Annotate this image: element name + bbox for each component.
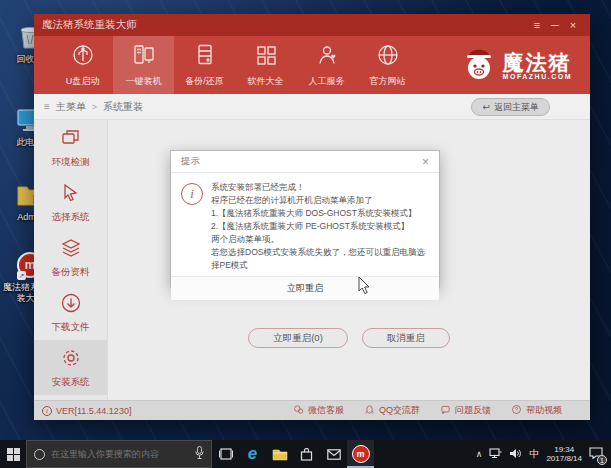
usb-icon xyxy=(70,42,96,72)
taskbar-search[interactable] xyxy=(26,440,212,468)
globe-icon xyxy=(375,42,401,72)
back-to-menu-label: 返回主菜单 xyxy=(494,101,539,114)
version-text: VER[11.5.44.1230] xyxy=(56,406,131,416)
speech-bubble-icon xyxy=(440,404,451,417)
sidebar-item-env-check[interactable]: 环境检测 xyxy=(34,120,107,175)
breadcrumb: ≡ 主菜单 > 系统重装 ↩ 返回主菜单 xyxy=(34,94,590,120)
hamburger-icon: ≡ xyxy=(44,101,50,112)
brand-name: 魔法猪 xyxy=(503,53,572,73)
nav-label: 备份/还原 xyxy=(185,75,224,88)
grid-icon xyxy=(253,42,279,72)
restart-now-button[interactable]: 立即重启(0) xyxy=(248,328,348,348)
breadcrumb-separator: > xyxy=(92,102,97,112)
nav-software-collection[interactable]: 软件大全 xyxy=(235,36,296,94)
window-minimize-button[interactable]: ─ xyxy=(546,14,564,36)
clock-time: 19:34 xyxy=(546,445,582,455)
nav-label: 人工服务 xyxy=(309,75,345,88)
action-center-icon[interactable]: 1 xyxy=(589,445,603,463)
dialog-close-icon[interactable]: × xyxy=(422,151,429,173)
sidebar-item-backup-data[interactable]: 备份资料 xyxy=(34,230,107,285)
dialog-title: 提示 xyxy=(181,155,200,168)
mail-taskbar-icon[interactable] xyxy=(320,440,347,468)
gear-icon xyxy=(60,347,82,373)
nav-backup-restore[interactable]: 备份/还原 xyxy=(174,36,235,94)
window-title: 魔法猪系统重装大师 xyxy=(42,18,137,32)
version-info: i VER[11.5.44.1230] xyxy=(42,406,131,416)
mouse-cursor xyxy=(358,276,371,299)
notification-badge: 1 xyxy=(597,455,607,465)
nav-label: 官方网站 xyxy=(370,75,406,88)
wechat-service-link[interactable]: 微信客服 xyxy=(293,404,344,417)
app-header: U盘启动 一键装机 备份/还原 软件大全 人工服务 官方网站 xyxy=(34,36,590,94)
windows-logo-icon xyxy=(7,448,20,461)
dialog-restart-button[interactable]: 立即重启 xyxy=(171,276,439,300)
search-input[interactable] xyxy=(51,449,189,459)
store-taskbar-icon[interactable] xyxy=(293,440,320,468)
sidebar-item-select-system[interactable]: 选择系统 xyxy=(34,175,107,230)
qq-penguin-icon xyxy=(364,404,375,417)
microphone-icon xyxy=(195,445,204,463)
nav-usb-boot[interactable]: U盘启动 xyxy=(52,36,113,94)
sidebar-label: 安装系统 xyxy=(52,376,90,389)
sidebar-label: 备份资料 xyxy=(52,266,90,279)
network-icon[interactable] xyxy=(489,445,502,463)
sidebar-item-download-files[interactable]: 下载文件 xyxy=(34,285,107,340)
nav-label: 软件大全 xyxy=(248,75,284,88)
app-statusbar: i VER[11.5.44.1230] 微信客服 QQ交流群 问题反馈 帮助视频 xyxy=(34,400,590,420)
feedback-link[interactable]: 问题反馈 xyxy=(440,404,491,417)
pig-mascot-icon xyxy=(461,45,497,87)
taskbar: e m ∧ 中 19:34 2017/8/14 1 xyxy=(0,440,611,468)
nav-official-site[interactable]: 官方网站 xyxy=(357,36,418,94)
nav-label: 一键装机 xyxy=(126,75,162,88)
sidebar-item-install-system[interactable]: 安装系统 xyxy=(34,340,107,395)
nav-one-click-install[interactable]: 一键装机 xyxy=(113,36,174,94)
question-circle-icon xyxy=(511,404,522,417)
breadcrumb-current: 系统重装 xyxy=(103,100,143,114)
tray-expand-icon[interactable]: ∧ xyxy=(476,449,483,459)
window-titlebar: 魔法猪系统重装大师 ≡ ─ × xyxy=(34,14,590,36)
wechat-icon xyxy=(293,404,304,417)
window-menu-button[interactable]: ≡ xyxy=(528,14,546,36)
back-arrow-icon: ↩ xyxy=(482,102,490,112)
window-close-button[interactable]: × xyxy=(564,14,582,36)
ime-indicator[interactable]: 中 xyxy=(529,447,539,461)
help-video-link[interactable]: 帮助视频 xyxy=(511,404,562,417)
brand-domain: MOFAZHU.COM xyxy=(503,73,572,80)
brand-logo: 魔法猪 MOFAZHU.COM xyxy=(461,45,572,87)
sidebar-label: 环境检测 xyxy=(52,156,90,169)
start-button[interactable] xyxy=(0,440,26,468)
nav-label: U盘启动 xyxy=(66,75,100,88)
windows-overlap-icon xyxy=(60,127,82,153)
dialog-info-icon: i xyxy=(181,183,203,205)
notice-dialog: 提示 × i 系统安装部署已经完成！ 程序已经在您的计算机开机启动菜单添加了 1… xyxy=(170,150,440,288)
layers-icon xyxy=(60,237,82,263)
task-view-button[interactable] xyxy=(212,440,239,468)
cortana-icon xyxy=(34,449,45,460)
mofazhu-taskbar-icon[interactable]: m xyxy=(347,440,374,468)
cancel-restart-button[interactable]: 取消重启 xyxy=(362,328,450,348)
edge-taskbar-icon[interactable]: e xyxy=(239,440,266,468)
volume-icon[interactable] xyxy=(509,445,522,463)
clock-date: 2017/8/14 xyxy=(546,454,582,464)
file-explorer-taskbar-icon[interactable] xyxy=(266,440,293,468)
download-icon xyxy=(60,292,82,318)
taskbar-clock[interactable]: 19:34 2017/8/14 xyxy=(546,445,582,464)
person-icon xyxy=(314,42,340,72)
cursor-arrow-icon xyxy=(60,182,82,208)
system-tray: ∧ 中 19:34 2017/8/14 1 xyxy=(476,445,611,464)
breadcrumb-root[interactable]: 主菜单 xyxy=(56,100,86,114)
dialog-message: 系统安装部署已经完成！ 程序已经在您的计算机开机启动菜单添加了 1.【魔法猪系统… xyxy=(211,181,427,272)
sidebar-label: 下载文件 xyxy=(52,321,90,334)
nav-human-service[interactable]: 人工服务 xyxy=(296,36,357,94)
back-to-menu-button[interactable]: ↩ 返回主菜单 xyxy=(471,98,550,116)
shortcut-arrow-icon: ↗ xyxy=(17,271,26,280)
info-icon: i xyxy=(42,406,52,416)
dialog-titlebar: 提示 × xyxy=(171,151,439,173)
qq-group-link[interactable]: QQ交流群 xyxy=(364,404,420,417)
computer-icon xyxy=(131,42,157,72)
app-window: 魔法猪系统重装大师 ≡ ─ × U盘启动 一键装机 备份/还原 软件大全 人工服… xyxy=(34,14,590,420)
sidebar: 环境检测 选择系统 备份资料 下载文件 安装系统 xyxy=(34,120,108,400)
sidebar-label: 选择系统 xyxy=(52,211,90,224)
server-icon xyxy=(192,42,218,72)
